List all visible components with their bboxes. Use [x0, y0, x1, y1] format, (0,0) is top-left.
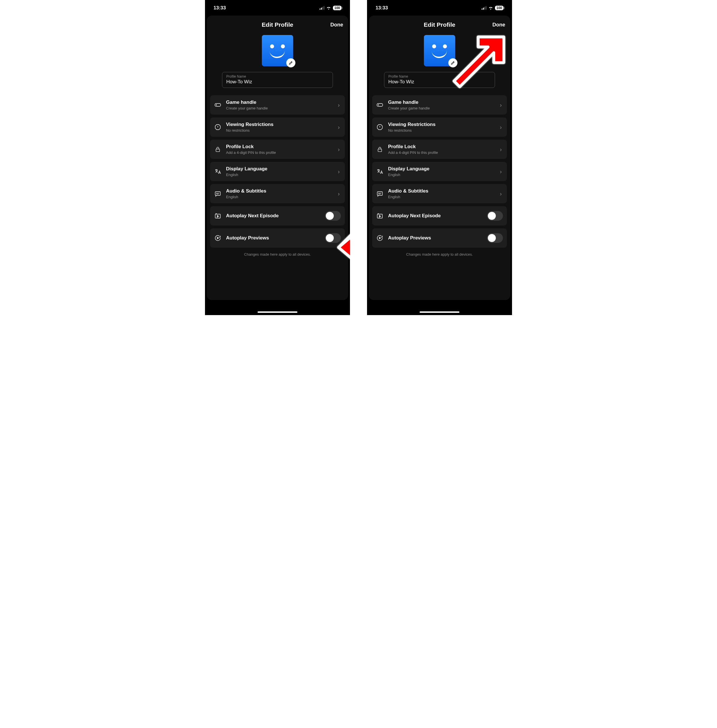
avatar-container: [372, 35, 507, 66]
edit-avatar-icon[interactable]: [286, 58, 295, 67]
language-icon: [376, 168, 383, 175]
page-title: Edit Profile: [210, 21, 345, 28]
chevron-right-icon: ›: [337, 102, 341, 108]
autoplay-next-icon: [376, 212, 383, 220]
row-autoplay-previews: Autoplay Previews: [372, 228, 507, 248]
avatar[interactable]: [262, 35, 293, 66]
subtitles-icon: [214, 190, 221, 197]
profile-name-value: How-To Wiz: [226, 79, 329, 85]
gamepad-icon: [214, 101, 221, 108]
chevron-right-icon: ›: [499, 124, 503, 131]
chevron-right-icon: ›: [337, 146, 341, 153]
autoplay-next-icon: [214, 212, 221, 220]
avatar-container: [210, 35, 345, 66]
svg-rect-2: [215, 192, 220, 195]
chevron-right-icon: ›: [499, 168, 503, 175]
chevron-right-icon: ›: [337, 168, 341, 175]
edit-avatar-icon[interactable]: [449, 58, 458, 67]
chevron-right-icon: ›: [337, 191, 341, 197]
subtitles-icon: [376, 190, 383, 197]
autoplay-previews-icon: [376, 234, 383, 242]
home-indicator: [258, 311, 297, 313]
lock-icon: [214, 146, 221, 153]
footnote: Changes made here apply to all devices.: [210, 252, 345, 256]
phone-left: 13:33 100 Edit Profile Done Profile Name…: [205, 0, 350, 315]
row-autoplay-next: Autoplay Next Episode: [210, 206, 345, 226]
row-autoplay-previews: Autoplay Previews: [210, 228, 345, 248]
row-audio-subtitles[interactable]: Audio & SubtitlesEnglish ›: [210, 184, 345, 203]
row-autoplay-next: Autoplay Next Episode: [372, 206, 507, 226]
row-profile-lock[interactable]: Profile LockAdd a 4-digit PIN to this pr…: [372, 140, 507, 159]
chevron-right-icon: ›: [337, 124, 341, 131]
wifi-icon: [488, 6, 493, 10]
row-viewing-restrictions[interactable]: Viewing RestrictionsNo restrictions ›: [372, 118, 507, 137]
done-button[interactable]: Done: [493, 22, 505, 28]
wifi-icon: [326, 6, 331, 10]
done-button[interactable]: Done: [330, 22, 343, 28]
cellular-icon: [320, 6, 324, 10]
row-display-language[interactable]: Display LanguageEnglish ›: [210, 162, 345, 181]
row-profile-lock[interactable]: Profile LockAdd a 4-digit PIN to this pr…: [210, 140, 345, 159]
gamepad-icon: [376, 101, 383, 108]
header: Edit Profile Done: [372, 21, 507, 29]
autoplay-previews-toggle[interactable]: [325, 233, 341, 243]
chevron-right-icon: ›: [499, 146, 503, 153]
cellular-icon: [482, 6, 487, 10]
status-time: 13:33: [375, 5, 388, 11]
svg-rect-5: [378, 149, 382, 151]
autoplay-next-toggle[interactable]: [325, 211, 341, 221]
profile-name-field[interactable]: Profile Name How-To Wiz: [384, 72, 495, 88]
screen: Edit Profile Done Profile Name How-To Wi…: [369, 16, 510, 300]
autoplay-next-toggle[interactable]: [487, 211, 503, 221]
warning-icon: [376, 124, 383, 131]
svg-rect-1: [216, 149, 220, 151]
status-right: 100: [320, 6, 342, 10]
warning-icon: [214, 124, 221, 131]
battery-icon: 100: [495, 6, 503, 10]
status-time: 13:33: [214, 5, 226, 11]
status-bar: 13:33 100: [205, 0, 350, 16]
phone-right: 13:33 100 Edit Profile Done Profile Name…: [367, 0, 512, 315]
profile-name-label: Profile Name: [388, 75, 491, 78]
profile-name-label: Profile Name: [226, 75, 329, 78]
row-game-handle[interactable]: Game handleCreate your game handle ›: [210, 95, 345, 114]
chevron-right-icon: ›: [499, 191, 503, 197]
status-bar: 13:33 100: [367, 0, 512, 16]
home-indicator: [420, 311, 459, 313]
svg-rect-6: [377, 192, 382, 195]
profile-name-value: How-To Wiz: [388, 79, 491, 85]
row-display-language[interactable]: Display LanguageEnglish ›: [372, 162, 507, 181]
screen: Edit Profile Done Profile Name How-To Wi…: [207, 16, 348, 300]
profile-name-field[interactable]: Profile Name How-To Wiz: [222, 72, 333, 88]
autoplay-previews-toggle[interactable]: [487, 233, 503, 243]
status-right: 100: [482, 6, 503, 10]
row-audio-subtitles[interactable]: Audio & SubtitlesEnglish ›: [372, 184, 507, 203]
chevron-right-icon: ›: [499, 102, 503, 108]
row-game-handle[interactable]: Game handleCreate your game handle ›: [372, 95, 507, 114]
battery-icon: 100: [333, 6, 342, 10]
autoplay-previews-icon: [214, 234, 221, 242]
page-title: Edit Profile: [372, 21, 507, 28]
row-viewing-restrictions[interactable]: Viewing RestrictionsNo restrictions ›: [210, 118, 345, 137]
language-icon: [214, 168, 221, 175]
footnote: Changes made here apply to all devices.: [372, 252, 507, 256]
lock-icon: [376, 146, 383, 153]
avatar[interactable]: [424, 35, 455, 66]
header: Edit Profile Done: [210, 21, 345, 29]
